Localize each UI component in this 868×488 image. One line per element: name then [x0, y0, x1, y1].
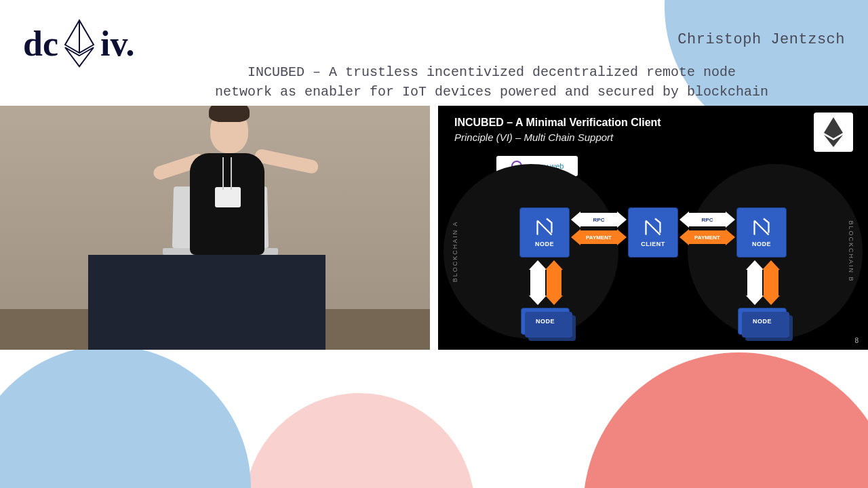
ethereum-badge: [814, 113, 853, 152]
arrow-label: PAYMENT: [679, 235, 735, 241]
event-logo: dc iv.: [23, 19, 135, 68]
sync-arrow: [547, 260, 561, 305]
tshirt-logo-icon: [215, 187, 241, 207]
slide-pane: INCUBED – A Minimal Verification Client …: [438, 106, 868, 350]
bg-blob: [0, 346, 251, 488]
node-label: NODE: [752, 241, 771, 247]
camera-pane: [0, 106, 430, 350]
arrow-label: RPC: [571, 217, 627, 223]
slide-subtitle: Principle (VI) – Multi Chain Support: [454, 131, 613, 143]
logo-text-right: iv.: [100, 24, 135, 64]
sync-arrow: [530, 260, 545, 305]
node-label: NODE: [753, 318, 772, 325]
payment-arrow: PAYMENT: [679, 230, 735, 244]
bg-blob: [583, 352, 868, 488]
presenter: [153, 106, 288, 255]
ethereum-icon: [823, 117, 844, 148]
node-box: NODE: [736, 207, 787, 258]
payment-arrow: PAYMENT: [571, 230, 627, 244]
talk-title-line: INCUBED – A trustless incentivized decen…: [248, 64, 736, 80]
node-label: NODE: [536, 318, 555, 325]
client-label: CLIENT: [641, 241, 665, 247]
talk-title: INCUBED – A trustless incentivized decen…: [142, 62, 841, 102]
content-row: INCUBED – A Minimal Verification Client …: [0, 106, 868, 350]
arrow-label: PAYMENT: [571, 235, 627, 241]
speaker-name: Christoph Jentzsch: [677, 31, 845, 48]
video-frame: dc iv. Christoph Jentzsch INCUBED – A tr…: [0, 0, 868, 488]
hair-icon: [209, 106, 250, 122]
node-stack-box: NODE: [738, 308, 787, 335]
ethereum-icon: [64, 19, 95, 68]
arrow-label: RPC: [679, 217, 735, 223]
podium: [88, 255, 326, 350]
bg-blob: [244, 393, 475, 488]
incubed-icon: [751, 218, 772, 238]
svg-marker-3: [824, 117, 843, 138]
sync-arrow: [747, 260, 762, 305]
header: dc iv. Christoph Jentzsch INCUBED – A tr…: [0, 0, 868, 106]
node-stack-box: NODE: [521, 308, 570, 335]
slide-page-number: 8: [854, 337, 859, 344]
sync-arrow: [764, 260, 778, 305]
client-box: CLIENT: [628, 207, 678, 258]
slide-title: INCUBED – A Minimal Verification Client: [454, 117, 661, 129]
incubed-icon: [643, 218, 663, 238]
node-label: NODE: [535, 241, 554, 247]
blockchain-b-label: BLOCKCHAIN B: [847, 220, 854, 282]
incubed-icon: [534, 218, 555, 238]
node-box: NODE: [519, 207, 570, 258]
logo-text-left: dc: [23, 24, 58, 64]
talk-title-line: network as enabler for IoT devices power…: [215, 84, 768, 100]
lanyard-icon: [222, 157, 232, 190]
rpc-arrow: RPC: [679, 213, 735, 226]
rpc-arrow: RPC: [571, 213, 627, 226]
blockchain-a-label: BLOCKCHAIN A: [452, 221, 458, 283]
